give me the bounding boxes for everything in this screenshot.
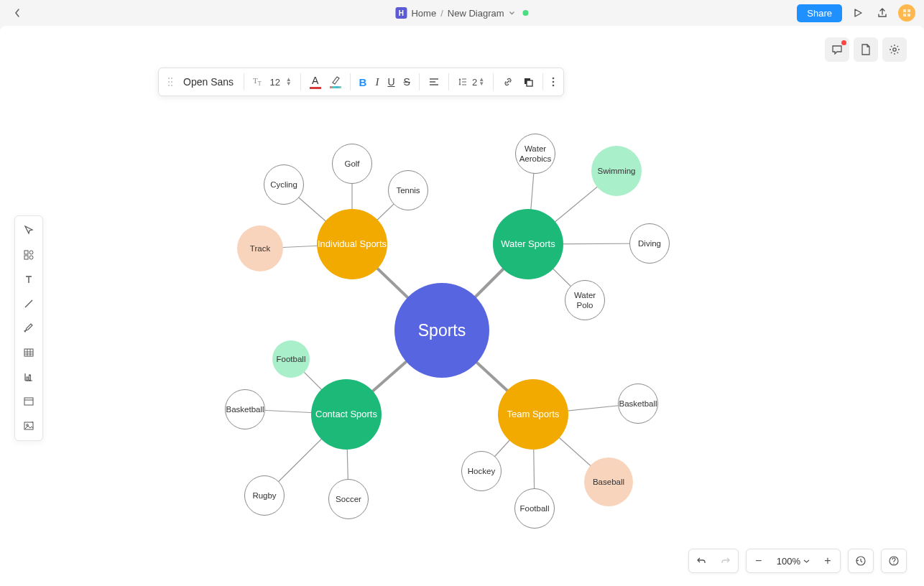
diagram-node[interactable]: Soccer <box>328 479 369 519</box>
zoom-out-button[interactable]: − <box>747 549 771 573</box>
settings-button[interactable] <box>882 37 907 62</box>
svg-rect-23 <box>24 398 33 405</box>
text-tool[interactable] <box>18 269 40 289</box>
svg-rect-16 <box>24 251 28 254</box>
breadcrumb: H Home / New Diagram <box>395 7 528 19</box>
diagram-node[interactable]: Golf <box>332 144 372 184</box>
diagram-node[interactable]: Track <box>237 225 283 271</box>
bold-button[interactable]: B <box>355 73 371 91</box>
svg-rect-12 <box>527 80 532 86</box>
svg-rect-21 <box>27 377 28 381</box>
page-button[interactable] <box>854 37 878 62</box>
undo-button[interactable] <box>689 549 713 573</box>
svg-point-10 <box>171 85 172 86</box>
font-family-select[interactable]: Open Sans <box>177 76 239 88</box>
diagram-node[interactable]: Hockey <box>461 451 502 491</box>
diagram-node[interactable]: Football <box>514 488 555 529</box>
history-button[interactable] <box>849 549 873 573</box>
svg-point-8 <box>171 81 172 83</box>
avatar[interactable] <box>898 4 915 22</box>
diagram-node[interactable]: Swimming <box>591 146 642 196</box>
breadcrumb-doc[interactable]: New Diagram <box>448 8 504 19</box>
underline-button[interactable]: U <box>383 73 399 90</box>
diagram-node[interactable]: Contact Sports <box>311 379 382 450</box>
chart-tool[interactable] <box>18 367 40 387</box>
comments-button[interactable] <box>825 37 849 62</box>
diagram-node[interactable]: Basketball <box>618 383 658 424</box>
zoom-level[interactable]: 100% <box>771 556 816 567</box>
line-height-value[interactable]: 2 <box>472 77 477 88</box>
svg-point-9 <box>168 85 170 86</box>
svg-rect-22 <box>29 375 31 381</box>
font-size-control[interactable]: TT 12 ▲▼ <box>249 73 296 90</box>
svg-rect-1 <box>907 9 910 12</box>
strikethrough-button[interactable]: S <box>399 73 415 90</box>
svg-point-4 <box>893 48 896 51</box>
notification-dot <box>841 40 846 45</box>
shapes-tool[interactable] <box>18 245 40 265</box>
svg-point-19 <box>29 256 33 259</box>
diagram-node[interactable]: Sports <box>394 283 489 378</box>
svg-rect-20 <box>24 349 33 356</box>
export-button[interactable] <box>874 4 891 22</box>
breadcrumb-sep: / <box>440 8 443 19</box>
font-size-value[interactable]: 12 <box>266 77 285 88</box>
line-height-stepper[interactable]: ▲▼ <box>479 78 484 86</box>
mindmap-diagram[interactable]: GolfCyclingTennisTrackWater AerobicsSwim… <box>216 101 719 560</box>
tools-sidebar <box>14 215 43 441</box>
home-icon: H <box>395 7 407 19</box>
diagram-node[interactable]: Tennis <box>388 170 428 210</box>
toolbar-grip[interactable] <box>163 74 177 90</box>
image-tool[interactable] <box>18 416 40 436</box>
help-button[interactable] <box>882 549 906 573</box>
diagram-node[interactable]: Basketball <box>225 389 265 429</box>
diagram-node[interactable]: Water Aerobics <box>515 134 555 174</box>
diagram-node[interactable]: Rugby <box>244 475 285 516</box>
diagram-node[interactable]: Football <box>272 340 310 378</box>
svg-point-7 <box>168 81 170 83</box>
diagram-node[interactable]: Water Sports <box>493 209 563 279</box>
svg-point-13 <box>553 78 555 80</box>
pen-tool[interactable] <box>18 318 40 338</box>
svg-point-5 <box>168 78 170 79</box>
svg-point-6 <box>171 78 172 79</box>
chevron-down-icon[interactable] <box>509 9 516 17</box>
breadcrumb-home[interactable]: Home <box>411 8 436 19</box>
present-button[interactable] <box>849 4 867 22</box>
font-size-stepper[interactable]: ▲▼ <box>286 78 292 86</box>
diagram-node[interactable]: Individual Sports <box>317 209 387 279</box>
zoom-in-button[interactable]: + <box>816 549 840 573</box>
svg-rect-2 <box>903 14 906 17</box>
bottom-controls: − 100% + <box>688 549 907 573</box>
text-color-button[interactable]: A <box>305 72 325 92</box>
select-tool[interactable] <box>18 220 40 241</box>
diagram-node[interactable]: Cycling <box>264 164 304 205</box>
frame-tool[interactable] <box>18 391 40 411</box>
svg-point-14 <box>553 81 555 83</box>
svg-point-17 <box>29 251 33 254</box>
more-button[interactable] <box>548 74 559 90</box>
diagram-node[interactable]: Team Sports <box>498 379 568 450</box>
svg-rect-18 <box>24 256 28 259</box>
app-header: H Home / New Diagram Share <box>0 0 924 26</box>
diagram-node[interactable]: Water Polo <box>565 280 605 320</box>
svg-rect-3 <box>907 14 910 17</box>
italic-button[interactable]: I <box>371 73 383 91</box>
format-toolbar: Open Sans TT 12 ▲▼ A B I U S 2 ▲▼ <box>158 68 564 96</box>
line-height-control[interactable]: 2 ▲▼ <box>453 74 489 90</box>
sync-indicator <box>523 10 529 16</box>
share-button[interactable]: Share <box>797 4 842 22</box>
link-button[interactable] <box>498 73 518 90</box>
redo-button[interactable] <box>713 549 738 573</box>
svg-rect-0 <box>903 9 906 12</box>
table-tool[interactable] <box>18 343 40 363</box>
back-button[interactable] <box>9 4 26 22</box>
diagram-node[interactable]: Baseball <box>584 457 633 506</box>
diagram-node[interactable]: Diving <box>629 223 670 264</box>
align-button[interactable] <box>424 74 444 90</box>
line-tool[interactable] <box>18 294 40 314</box>
highlight-button[interactable] <box>325 73 346 91</box>
svg-point-15 <box>553 85 555 87</box>
font-size-icon: TT <box>253 76 262 87</box>
layers-button[interactable] <box>518 73 538 90</box>
